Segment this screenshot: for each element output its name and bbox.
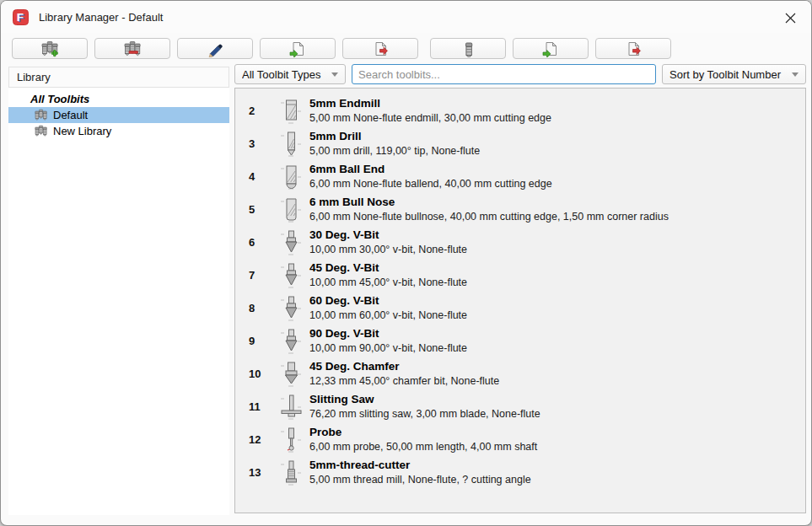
- remove-library-button[interactable]: [94, 38, 170, 59]
- app-icon: F F: [13, 9, 29, 25]
- vbit-icon: [278, 294, 304, 323]
- toolbit-number: 9: [249, 335, 266, 347]
- bullnose-icon: [278, 196, 304, 224]
- toolbit-number: 7: [249, 269, 266, 282]
- toolbit-row[interactable]: 5 6 mm Bull Nose 6,00 mm None-flute bull…: [235, 193, 805, 226]
- library-add-icon: [41, 40, 58, 57]
- toolbit-number: 2: [249, 105, 266, 117]
- toolbit-row[interactable]: 9 90 Deg. V-Bit 10,00 mm 90,00° v-bit, N…: [235, 325, 805, 357]
- toolbit-row[interactable]: 8 60 Deg. V-Bit 10,00 mm 60,00° v-bit, N…: [235, 292, 805, 325]
- toolbit-type-filter-value: All Toolbit Types: [242, 68, 326, 81]
- library-icon: [34, 125, 48, 137]
- toolbit-name: 30 Deg. V-Bit: [309, 228, 467, 243]
- toolbit-type-filter-select[interactable]: All Toolbit Types: [234, 64, 346, 84]
- doc-export-icon: [625, 40, 642, 57]
- toolbit-name: 45 Deg. V-Bit: [309, 260, 467, 276]
- import-toolbit-button[interactable]: [513, 38, 589, 59]
- toolbit-description: 6,00 mm probe, 50,00 mm length, 4,00 mm …: [309, 440, 537, 454]
- toolbit-description: 6,00 mm None-flute bullnose, 40,00 mm cu…: [309, 210, 669, 224]
- library-tree: All Toolbits Default New Library: [8, 88, 229, 139]
- toolbit-description: 5,00 mm thread mill, None-flute, ? cutti…: [309, 473, 531, 487]
- endmill-icon: [278, 97, 304, 126]
- doc-import-icon: [542, 40, 559, 57]
- library-tree-item[interactable]: Default: [8, 107, 229, 123]
- toolbar: [12, 38, 671, 59]
- toolbit-number: 13: [249, 466, 266, 479]
- toolbit-description: 6,00 mm None-flute ballend, 40,00 mm cut…: [309, 177, 552, 191]
- export-library-button[interactable]: [342, 38, 418, 59]
- export-toolbit-button[interactable]: [595, 38, 671, 59]
- toolbit-name: 45 Deg. Chamfer: [309, 359, 499, 374]
- sort-select-value: Sort by Toolbit Number: [669, 68, 787, 81]
- import-library-button[interactable]: [260, 38, 336, 59]
- toolbit-number: 8: [249, 302, 266, 314]
- toolbit-description: 5,00 mm None-flute endmill, 30,00 mm cut…: [309, 111, 551, 126]
- toolbit-row[interactable]: 7 45 Deg. V-Bit 10,00 mm 45,00° v-bit, N…: [235, 259, 805, 292]
- toolbit-row[interactable]: 13 5mm-thread-cutter 5,00 mm thread mill…: [235, 456, 805, 489]
- chamfer-icon: [278, 360, 304, 389]
- toolbit-row[interactable]: 6 30 Deg. V-Bit 10,00 mm 30,00° v-bit, N…: [235, 226, 805, 259]
- toolbit-number: 11: [249, 400, 266, 413]
- toolbit-name: 90 Deg. V-Bit: [309, 326, 467, 341]
- library-manager-window: F F Library Manager - Default: [0, 0, 812, 526]
- toolbit-name: 5mm Drill: [309, 129, 480, 144]
- toolbit-name: 6mm Ball End: [309, 162, 552, 177]
- library-panel: Library All Toolbits Default New Library: [8, 67, 229, 515]
- toolbit-row[interactable]: 3 5mm Drill 5,00 mm drill, 119,00° tip, …: [235, 127, 805, 160]
- toolbit-description: 12,33 mm 45,00° chamfer bit, None-flute: [309, 374, 499, 389]
- pencil-icon: [207, 40, 223, 57]
- library-remove-icon: [124, 40, 141, 57]
- doc-import-icon: [289, 40, 306, 57]
- svg-text:F: F: [17, 11, 24, 24]
- toolbit-name: 6 mm Bull Nose: [309, 195, 669, 210]
- toolbit-name: 5mm-thread-cutter: [309, 458, 531, 473]
- toolbit-name: Slitting Saw: [309, 392, 540, 407]
- toolbit-row[interactable]: 12 Probe 6,00 mm probe, 50,00 mm length,…: [235, 423, 805, 456]
- close-icon: [785, 13, 796, 24]
- add-library-button[interactable]: [12, 38, 88, 59]
- toolbit-row[interactable]: 10 45 Deg. Chamfer 12,33 mm 45,00° chamf…: [235, 357, 805, 390]
- toolbit-description: 76,20 mm slitting saw, 3,00 mm blade, No…: [309, 407, 540, 421]
- slittingsaw-icon: [278, 393, 304, 421]
- probe-icon: [278, 426, 304, 454]
- toolbit-name: Probe: [309, 425, 537, 440]
- toolbit-name: 5mm Endmill: [309, 96, 551, 111]
- ballend-icon: [278, 163, 304, 191]
- sort-select[interactable]: Sort by Toolbit Number: [662, 64, 806, 84]
- toolbit-row[interactable]: 4 6mm Ball End 6,00 mm None-flute ballen…: [235, 160, 805, 193]
- toolbit-row[interactable]: 11 Slitting Saw 76,20 mm slitting saw, 3…: [235, 390, 805, 423]
- drill-icon: [278, 130, 304, 158]
- library-tree-item[interactable]: New Library: [8, 123, 229, 139]
- library-panel-header: Library: [8, 67, 229, 88]
- toolbit-number: 4: [249, 170, 266, 183]
- threadcutter-icon: [278, 459, 304, 487]
- toolbit-number: 3: [249, 137, 266, 150]
- chevron-down-icon: [331, 72, 338, 77]
- toolbit-number: 5: [249, 203, 266, 216]
- close-button[interactable]: [781, 8, 799, 27]
- chevron-down-icon: [792, 72, 799, 77]
- toolbit-number: 12: [249, 433, 266, 446]
- toolbit-list: 2 5mm Endmill 5,00 mm None-flute endmill…: [234, 88, 806, 513]
- toolbit-description: 10,00 mm 60,00° v-bit, None-flute: [309, 309, 467, 323]
- toolbit-name: 60 Deg. V-Bit: [309, 293, 467, 309]
- create-toolbit-button[interactable]: [430, 38, 506, 59]
- filter-row: All Toolbit Types Sort by Toolbit Number: [234, 64, 806, 84]
- window-title: Library Manager - Default: [39, 11, 163, 24]
- library-icon: [34, 109, 48, 121]
- library-tree-item[interactable]: All Toolbits: [8, 91, 229, 107]
- toolbit-row[interactable]: 2 5mm Endmill 5,00 mm None-flute endmill…: [235, 94, 805, 127]
- edit-library-button[interactable]: [177, 38, 253, 59]
- doc-export-icon: [372, 40, 389, 57]
- toolbit-description: 10,00 mm 45,00° v-bit, None-flute: [309, 276, 467, 290]
- toolbit-icon: [460, 40, 476, 57]
- vbit-icon: [278, 261, 304, 290]
- toolbit-description: 10,00 mm 30,00° v-bit, None-flute: [309, 243, 467, 257]
- search-input[interactable]: [352, 64, 656, 84]
- toolbit-description: 5,00 mm drill, 119,00° tip, None-flute: [309, 144, 480, 158]
- titlebar: F F Library Manager - Default: [1, 1, 811, 33]
- toolbit-number: 10: [249, 368, 266, 380]
- toolbit-number: 6: [249, 236, 266, 249]
- vbit-icon: [278, 228, 304, 257]
- toolbit-description: 10,00 mm 90,00° v-bit, None-flute: [309, 341, 467, 356]
